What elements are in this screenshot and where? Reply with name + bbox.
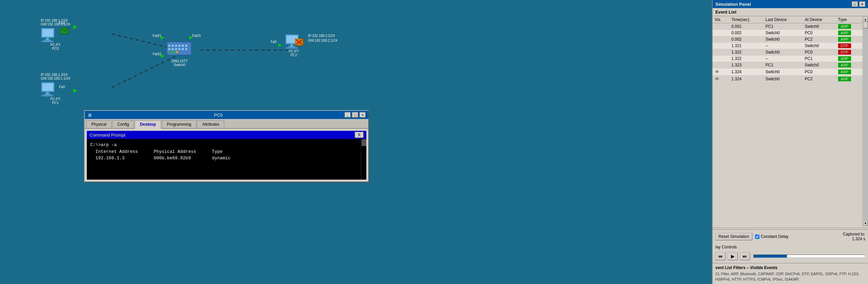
play-button[interactable]: ▶ [728,252,738,260]
pc1-arrow: ▶ [73,87,77,94]
pc2-label: PC-PTPC2 [285,49,303,57]
reset-simulation-button[interactable]: Reset Simulation [715,233,752,240]
event-table: Vis. Time(sec) Last Device At Device Typ… [713,16,863,83]
pc2-gw: GW:192.168.2.1/24 [308,39,337,42]
event-time: 1.322 [729,56,764,62]
type-badge: ARP [838,56,851,61]
switch-arrow1: ▶ [161,35,165,40]
event-time: 1.323 [729,62,764,68]
pc2-node[interactable]: Fa0 ▶ IP:192.168.2.2/24 GW:192.168.2.1/2… [285,34,303,57]
pc0-dialog: 🖥 PC0 _ □ × Physical Config Desktop Prog… [84,110,369,182]
svg-rect-26 [185,48,187,50]
event-vis [713,56,729,62]
tab-config[interactable]: Config [112,120,134,128]
event-type: ARP [836,56,863,62]
pc0-packet-icon [60,28,69,35]
simulation-panel: Simulation Panel □ × Event List Vis. Tim… [712,0,868,284]
cmd-title: Command Prompt [90,133,125,138]
type-badge: ARP [838,63,851,67]
event-time: 1.321 [729,43,764,49]
switch0-label: 2960-24TTSwitch0 [167,59,192,67]
event-row: 👁1.324Switch0PC0ARP [713,68,863,76]
cmd-line-1: Internet Address Physical Address Type [90,148,358,155]
pc0-maximize-button[interactable]: □ [352,112,358,118]
pc0-minimize-button[interactable]: _ [345,112,351,118]
svg-rect-5 [46,38,49,40]
pc1-icon [41,82,58,97]
event-row: 0.002Switch0PC2ARP [713,36,863,43]
tab-desktop[interactable]: Desktop [135,120,161,129]
reset-area: Reset Simulation Constant Delay Captured… [713,229,868,243]
event-last-device: Switch0 [764,49,803,56]
event-vis [713,62,729,68]
pc0-ip: IP:192.168.1.2/24 [41,19,70,22]
event-type: ARP [836,36,863,43]
pc2-port-label: Fa0 [271,40,276,44]
svg-point-27 [169,51,171,53]
svg-rect-7 [41,41,54,42]
event-at-device: PC2 [803,36,836,43]
simulation-panel-title: Simulation Panel [715,2,751,7]
pc0-dialog-btns: _ □ × [345,112,366,118]
pc0-close-button[interactable]: × [360,112,366,118]
skip-back-button[interactable]: ⏮ [715,252,726,260]
col-last-device: Last Device [764,16,803,23]
switch0-node[interactable]: Fa0/1 Fa0/2 Fa0/3 ▶ ▶ ▶ 2960 [167,40,192,67]
restore-button[interactable]: □ [852,1,858,7]
event-list-container: Vis. Time(sec) Last Device At Device Typ… [713,16,868,226]
pc0-icon [41,27,58,42]
svg-rect-24 [178,48,180,50]
tab-physical[interactable]: Physical [86,120,112,128]
svg-rect-4 [42,29,53,37]
cmd-line-2: 192.168.1.3 000b.be68.92b9 dynamic [90,155,358,162]
constant-delay-checkbox[interactable] [755,235,759,239]
svg-rect-20 [185,45,187,47]
scroll-up-arrow[interactable]: ▲ [863,17,868,22]
svg-point-29 [176,51,178,53]
event-list-scrollbar[interactable]: ▲ ▼ [863,16,868,226]
event-row: 1.323PC1Switch0ARP [713,62,863,68]
event-row: 👁1.324Switch0PC2ARP [713,76,863,83]
event-row: 1.321--Switch0DTP [713,43,863,49]
pc0-tabs: Physical Config Desktop Programming Attr… [85,119,368,129]
tab-programming[interactable]: Programming [162,120,196,128]
event-type: ARP [836,62,863,68]
svg-rect-33 [288,46,295,47]
event-vis: 👁 [713,68,729,76]
scroll-track [863,22,868,221]
switch-arrow2: ▶ [161,53,165,58]
pc2-arrow: ▶ [278,42,282,47]
scroll-down-arrow[interactable]: ▼ [863,221,868,226]
event-last-device: Switch0 [764,68,803,76]
cmd-line-0: C:\>arp -a [90,142,358,148]
cmd-close-button[interactable]: X [355,132,364,138]
svg-rect-25 [182,48,184,50]
filters-title: vent List Filters – Visible Events [715,265,865,270]
pc2-packet-x-icon [295,39,304,47]
pc0-node[interactable]: IP:192.168.1.2/24 GW:192.168.1.1/24 [41,19,70,50]
skip-forward-button[interactable]: ⏭ [740,252,750,260]
event-type: ARP [836,68,863,76]
pc1-node[interactable]: IP:192.168.1.3/24 GW:192.168.1.1/24 PC-P… [41,73,70,105]
pc0-arrow: ▶ [73,23,77,30]
cmd-scrollbar[interactable] [361,139,366,180]
pc1-gw: GW:192.168.1.1/24 [41,77,70,80]
tab-attributes[interactable]: Attributes [197,120,225,128]
event-time: 0.001 [729,23,764,30]
pc0-dialog-titlebar: 🖥 PC0 _ □ × [85,111,368,119]
col-time: Time(sec) [729,16,764,23]
cmd-body[interactable]: C:\>arp -a Internet Address Physical Add… [87,139,361,180]
close-panel-button[interactable]: × [859,1,865,7]
svg-point-28 [173,51,175,53]
svg-rect-11 [46,92,49,94]
event-row: 0.001PC1Switch0ARP [713,23,863,30]
event-time: 1.324 [729,68,764,76]
type-badge: ARP [838,77,851,81]
cmd-scroll-thumb[interactable] [362,139,366,146]
switch-fa03-label: Fa0/3 [192,34,201,38]
scroll-thumb[interactable] [863,22,868,28]
pc0-dialog-title: PC0 [214,113,223,118]
svg-rect-23 [175,48,177,50]
type-badge: DTP [838,50,851,55]
event-last-device: Switch0 [764,76,803,83]
